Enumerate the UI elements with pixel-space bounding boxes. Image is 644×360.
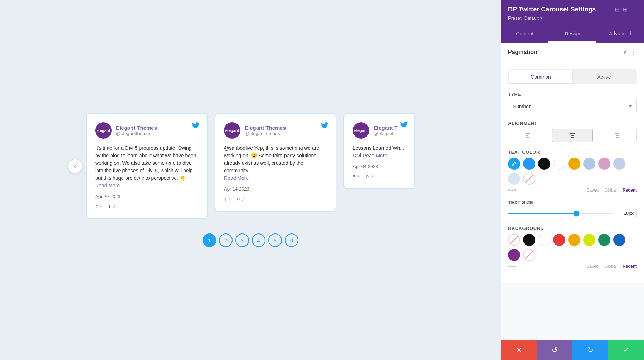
color-white[interactable]: [553, 158, 565, 170]
svg-rect-4: [571, 135, 574, 136]
responsive-icon[interactable]: ⊡: [615, 6, 619, 13]
tab-design[interactable]: Design: [548, 26, 596, 43]
svg-rect-7: [616, 135, 619, 136]
svg-rect-2: [526, 137, 529, 138]
bg-color-red[interactable]: [553, 234, 565, 246]
bg-dot-2: [511, 266, 513, 267]
more-icon[interactable]: ⋮: [631, 6, 637, 13]
page-btn-6[interactable]: 6: [285, 233, 298, 247]
background-label: Background: [508, 226, 637, 231]
text-size-input[interactable]: [618, 208, 637, 218]
author-name-1: Elegant Themes: [116, 125, 157, 131]
bg-color-none[interactable]: [508, 234, 520, 246]
bg-dot-3: [514, 266, 516, 267]
svg-rect-8: [616, 137, 619, 138]
read-more-3[interactable]: Read More: [362, 153, 387, 158]
color-light-blue[interactable]: [583, 158, 595, 170]
bg-color-gold[interactable]: [568, 234, 580, 246]
field-alignment: Alignment: [508, 120, 637, 142]
color-light-gray-blue[interactable]: [508, 173, 520, 185]
tab-content[interactable]: Content: [501, 26, 548, 43]
cancel-button[interactable]: ✕: [501, 340, 537, 360]
bg-recent-label: Recent: [623, 264, 637, 269]
saved-label: Saved: [586, 188, 599, 193]
text-size-slider[interactable]: [508, 213, 613, 214]
panel-title-icons: ⊡ ⊞ ⋮: [615, 6, 637, 13]
text-size-label: Text Size: [508, 200, 637, 205]
shares-1: 1 ⤢: [108, 204, 117, 209]
author-name-3: Elegant T: [374, 125, 398, 131]
redo-button[interactable]: ↻: [572, 340, 608, 360]
svg-rect-1: [526, 135, 528, 136]
type-select[interactable]: Number Dot: [508, 100, 637, 113]
field-background: Background: [508, 226, 637, 269]
dot-3: [514, 189, 516, 191]
more-options-icon[interactable]: ⋮: [630, 48, 637, 56]
page-btn-3[interactable]: 3: [235, 233, 249, 247]
tweet-text-1: It's time for a Divi 5 progress update! …: [95, 144, 198, 189]
read-more-1[interactable]: Read More: [95, 183, 120, 188]
page-btn-4[interactable]: 4: [252, 233, 265, 247]
alignment-label: Alignment: [508, 120, 637, 126]
bg-color-black[interactable]: [523, 234, 535, 246]
field-text-size: Text Size: [508, 200, 637, 218]
tab-advanced[interactable]: Advanced: [596, 26, 644, 43]
panel-preset[interactable]: Preset: Default ▾: [508, 15, 637, 21]
bg-saved-label: Saved: [586, 264, 599, 269]
color-gold[interactable]: [568, 158, 580, 170]
color-blue[interactable]: [523, 158, 535, 170]
undo-button[interactable]: ↺: [537, 340, 572, 360]
page-btn-1[interactable]: 1: [203, 233, 216, 247]
shares-3: 0 ⤢: [366, 174, 374, 179]
svg-rect-3: [570, 133, 575, 134]
text-color-swatches: [508, 158, 637, 185]
panel-title: DP Twitter Carousel Settings: [508, 6, 596, 13]
bg-color-white[interactable]: [538, 234, 550, 246]
page-btn-5[interactable]: 5: [268, 233, 282, 247]
sub-tab-active[interactable]: Active: [572, 70, 636, 83]
tweet-card-1: elegant Elegant Themes @elegantthemes It…: [86, 113, 208, 219]
bg-color-dark-blue[interactable]: [613, 234, 625, 246]
tweet-actions-1: 2 ♥ 1 ⤢: [95, 203, 198, 210]
likes-1: 2 ♥: [95, 203, 103, 210]
settings-panel: DP Twitter Carousel Settings ⊡ ⊞ ⋮ Prese…: [501, 0, 644, 360]
svg-rect-6: [615, 133, 619, 134]
bg-color-none-2[interactable]: [523, 249, 535, 261]
section-pagination-header[interactable]: Pagination ∧ ⋮: [501, 43, 644, 62]
pagination: 1 2 3 4 5 6: [203, 233, 298, 247]
tweet-card-2: elegant Elegant Themes @elegantthemes @s…: [215, 113, 336, 212]
read-more-2[interactable]: Read More: [224, 175, 249, 181]
section-pagination-body: Common Active Type Number Dot Alignment: [501, 62, 644, 283]
tweet-actions-2: 1 ♥ 0 ⤢: [224, 196, 327, 202]
recent-label: Recent: [623, 188, 637, 193]
slider-row: [508, 208, 637, 218]
shares-2: 0 ⤢: [237, 196, 245, 202]
bg-color-green[interactable]: [598, 234, 610, 246]
twitter-icon-2: [321, 121, 328, 130]
prev-arrow[interactable]: ‹: [68, 159, 82, 173]
grid-icon[interactable]: ⊞: [623, 6, 628, 13]
sub-tabs: Common Active: [508, 69, 637, 84]
slider-thumb[interactable]: [574, 211, 579, 216]
tweet-card-3: elegant Elegant T @elegantt Lessons Lear…: [343, 113, 415, 189]
chevron-up-icon[interactable]: ∧: [623, 48, 628, 56]
bg-dot-1: [508, 266, 510, 267]
avatar-3: elegant: [353, 122, 369, 139]
bg-global-label: Global: [604, 264, 617, 269]
align-right-btn[interactable]: [596, 129, 637, 142]
color-black[interactable]: [538, 158, 550, 170]
canvas-area: ‹ elegant Elegant Themes @elegantthemes …: [0, 0, 501, 360]
sub-tab-common[interactable]: Common: [509, 70, 572, 83]
color-eyedropper[interactable]: [508, 158, 520, 170]
confirm-button[interactable]: ✓: [608, 340, 644, 360]
color-none[interactable]: [523, 173, 535, 185]
bg-color-yellow[interactable]: [583, 234, 595, 246]
bg-color-purple[interactable]: [508, 249, 520, 261]
color-pale-blue[interactable]: [613, 158, 625, 170]
tweet-header-3: elegant Elegant T @elegantt: [353, 122, 406, 139]
align-left-btn[interactable]: [508, 129, 549, 142]
align-center-btn[interactable]: [552, 129, 593, 142]
bg-color-swatches: [508, 234, 637, 261]
page-btn-2[interactable]: 2: [219, 233, 233, 247]
color-pink[interactable]: [598, 158, 610, 170]
